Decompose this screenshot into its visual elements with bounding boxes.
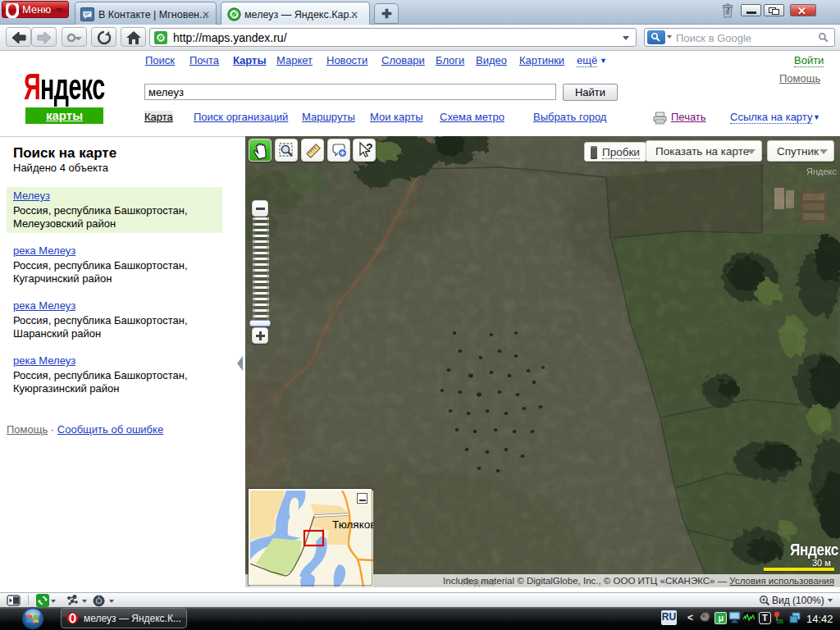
svg-text:?: ? — [366, 141, 373, 154]
svg-text:Тюляково: Тюляково — [332, 518, 373, 531]
svg-text:2B: 2B — [777, 619, 783, 624]
